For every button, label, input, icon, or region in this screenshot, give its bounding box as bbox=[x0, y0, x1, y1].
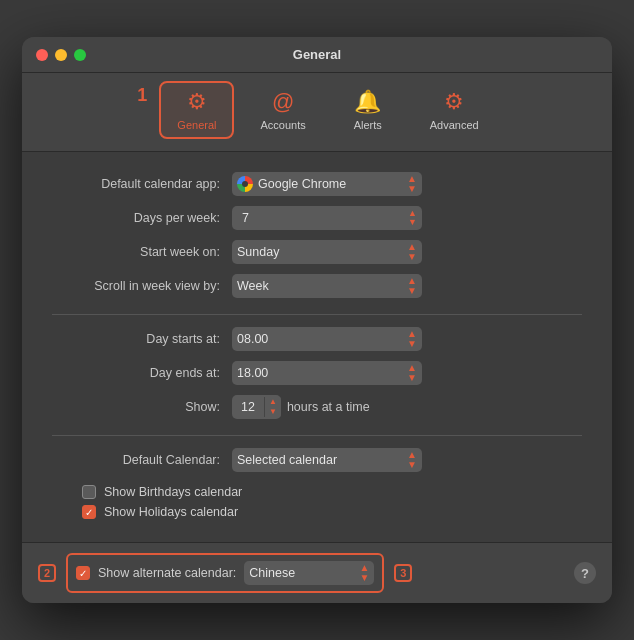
day-starts-control: 08.00 ▲▼ bbox=[232, 327, 582, 351]
scroll-week-arrows: ▲▼ bbox=[407, 276, 417, 296]
default-calendar-app-value: Google Chrome bbox=[258, 177, 407, 191]
start-week-on-value: Sunday bbox=[237, 245, 407, 259]
row-show-hours: Show: 12 ▲ ▼ hours at a time bbox=[52, 395, 582, 419]
advanced-icon: ⚙ bbox=[444, 89, 464, 115]
day-ends-label: Day ends at: bbox=[52, 366, 232, 380]
divider-2 bbox=[52, 435, 582, 436]
traffic-lights bbox=[36, 49, 86, 61]
default-calendar-app-select[interactable]: Google Chrome ▲▼ bbox=[232, 172, 422, 196]
alternate-cal-arrows: ▲▼ bbox=[359, 563, 369, 583]
row-scroll-week: Scroll in week view by: Week ▲▼ bbox=[52, 274, 582, 298]
day-starts-arrows: ▲▼ bbox=[407, 329, 417, 349]
day-starts-label: Day starts at: bbox=[52, 332, 232, 346]
content-area: Default calendar app: Google Chrome ▲▼ D… bbox=[22, 152, 612, 542]
days-per-week-wrapper: 7 5 ▲▼ bbox=[232, 206, 422, 230]
checkbox-section: Show Birthdays calendar Show Holidays ca… bbox=[52, 482, 582, 522]
scroll-week-control: Week ▲▼ bbox=[232, 274, 582, 298]
days-per-week-control: 7 5 ▲▼ bbox=[232, 206, 582, 230]
alternate-calendar-value: Chinese bbox=[249, 566, 359, 580]
minimize-button[interactable] bbox=[55, 49, 67, 61]
birthdays-label: Show Birthdays calendar bbox=[104, 485, 242, 499]
alternate-calendar-label: Show alternate calendar: bbox=[98, 566, 236, 580]
general-icon: ⚙ bbox=[187, 89, 207, 115]
hours-suffix: hours at a time bbox=[287, 400, 370, 414]
titlebar: General bbox=[22, 37, 612, 73]
main-window: General 1 ⚙ General @ Accounts 🔔 Alerts … bbox=[22, 37, 612, 603]
section-time: Day starts at: 08.00 ▲▼ Day ends at: 18.… bbox=[52, 327, 582, 419]
birthdays-checkbox[interactable] bbox=[82, 485, 96, 499]
row-default-calendar: Default Calendar: Selected calendar ▲▼ bbox=[52, 448, 582, 472]
step2-badge: 2 bbox=[38, 564, 56, 582]
accounts-icon: @ bbox=[272, 89, 294, 115]
alerts-label: Alerts bbox=[354, 119, 382, 131]
toolbar: 1 ⚙ General @ Accounts 🔔 Alerts ⚙ Advanc… bbox=[22, 73, 612, 152]
scroll-week-label: Scroll in week view by: bbox=[52, 279, 232, 293]
start-week-on-control: Sunday ▲▼ bbox=[232, 240, 582, 264]
close-button[interactable] bbox=[36, 49, 48, 61]
start-week-on-label: Start week on: bbox=[52, 245, 232, 259]
default-calendar-select[interactable]: Selected calendar ▲▼ bbox=[232, 448, 422, 472]
accounts-label: Accounts bbox=[260, 119, 305, 131]
days-per-week-label: Days per week: bbox=[52, 211, 232, 225]
row-start-week-on: Start week on: Sunday ▲▼ bbox=[52, 240, 582, 264]
maximize-button[interactable] bbox=[74, 49, 86, 61]
tab-accounts[interactable]: @ Accounts bbox=[242, 81, 323, 139]
holidays-label: Show Holidays calendar bbox=[104, 505, 238, 519]
select-arrows: ▲▼ bbox=[407, 174, 417, 194]
default-calendar-value: Selected calendar bbox=[237, 453, 407, 467]
day-ends-value: 18.00 bbox=[237, 366, 407, 380]
window-title: General bbox=[293, 47, 341, 62]
day-ends-select[interactable]: 18.00 ▲▼ bbox=[232, 361, 422, 385]
day-ends-control: 18.00 ▲▼ bbox=[232, 361, 582, 385]
default-calendar-app-label: Default calendar app: bbox=[52, 177, 232, 191]
row-default-calendar-app: Default calendar app: Google Chrome ▲▼ bbox=[52, 172, 582, 196]
general-label: General bbox=[177, 119, 216, 131]
help-button[interactable]: ? bbox=[574, 562, 596, 584]
hours-value: 12 bbox=[232, 400, 264, 414]
row-day-ends: Day ends at: 18.00 ▲▼ bbox=[52, 361, 582, 385]
start-week-arrows: ▲▼ bbox=[407, 242, 417, 262]
day-starts-select[interactable]: 08.00 ▲▼ bbox=[232, 327, 422, 351]
row-day-starts: Day starts at: 08.00 ▲▼ bbox=[52, 327, 582, 351]
start-week-on-select[interactable]: Sunday ▲▼ bbox=[232, 240, 422, 264]
show-hours-label: Show: bbox=[52, 400, 232, 414]
spinner-down[interactable]: ▼ bbox=[265, 407, 281, 417]
chrome-icon bbox=[237, 176, 253, 192]
step1-label: 1 bbox=[137, 85, 147, 106]
tab-advanced[interactable]: ⚙ Advanced bbox=[412, 81, 497, 139]
scroll-week-value: Week bbox=[237, 279, 407, 293]
default-cal-arrows: ▲▼ bbox=[407, 450, 417, 470]
alternate-checkbox[interactable] bbox=[76, 566, 90, 580]
section-general: Default calendar app: Google Chrome ▲▼ D… bbox=[52, 172, 582, 298]
day-starts-value: 08.00 bbox=[237, 332, 407, 346]
row-birthdays: Show Birthdays calendar bbox=[82, 482, 582, 502]
row-holidays: Show Holidays calendar bbox=[82, 502, 582, 522]
default-calendar-control: Selected calendar ▲▼ bbox=[232, 448, 582, 472]
holidays-checkbox[interactable] bbox=[82, 505, 96, 519]
tab-alerts[interactable]: 🔔 Alerts bbox=[332, 81, 404, 139]
alternate-calendar-row: Show alternate calendar: Chinese ▲▼ bbox=[66, 553, 384, 593]
advanced-label: Advanced bbox=[430, 119, 479, 131]
day-ends-arrows: ▲▼ bbox=[407, 363, 417, 383]
default-calendar-app-control: Google Chrome ▲▼ bbox=[232, 172, 582, 196]
spinner-up[interactable]: ▲ bbox=[265, 397, 281, 407]
days-per-week-select[interactable]: 7 5 bbox=[232, 206, 422, 230]
alternate-calendar-select[interactable]: Chinese ▲▼ bbox=[244, 561, 374, 585]
divider-1 bbox=[52, 314, 582, 315]
show-hours-control: 12 ▲ ▼ hours at a time bbox=[232, 395, 582, 419]
alerts-icon: 🔔 bbox=[354, 89, 381, 115]
bottom-bar: 2 Show alternate calendar: Chinese ▲▼ 3 … bbox=[22, 542, 612, 603]
scroll-week-select[interactable]: Week ▲▼ bbox=[232, 274, 422, 298]
spinner-arrows: ▲ ▼ bbox=[264, 397, 281, 417]
default-calendar-label: Default Calendar: bbox=[52, 453, 232, 467]
step3-badge: 3 bbox=[394, 564, 412, 582]
row-days-per-week: Days per week: 7 5 ▲▼ bbox=[52, 206, 582, 230]
hours-spinner: 12 ▲ ▼ bbox=[232, 395, 281, 419]
tab-general[interactable]: ⚙ General bbox=[159, 81, 234, 139]
